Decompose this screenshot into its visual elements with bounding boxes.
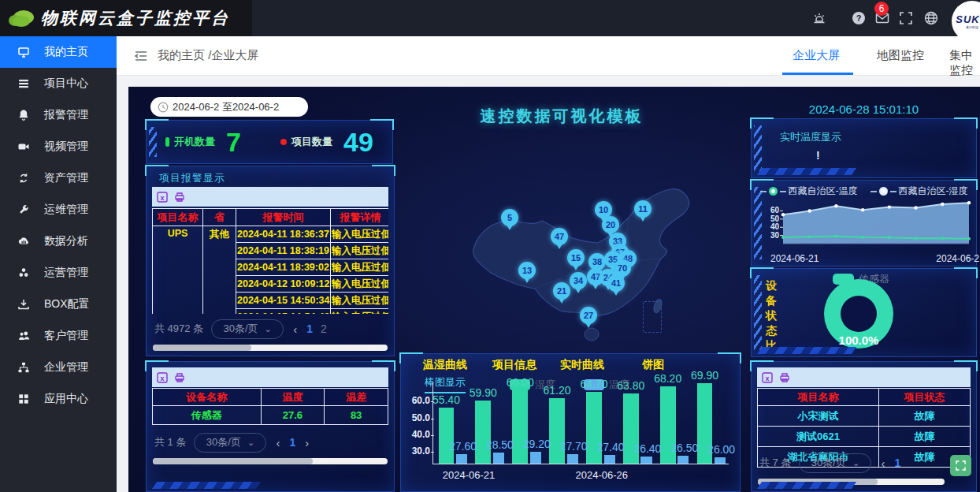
panel-title: 项目报警显示 [159, 171, 225, 185]
map-marker[interactable]: 47 [551, 228, 568, 245]
green-dot-icon [165, 137, 169, 147]
pagination: 共 1 条 30条/页⌄ ‹ 1 › [154, 431, 388, 453]
print-icon[interactable] [779, 372, 790, 383]
map-marker[interactable]: 34 [570, 272, 587, 289]
alarm-table: 项目名称省报警时间报警详情UPS其他2024-04-11 18:36:37输入电… [152, 208, 388, 314]
map-marker[interactable]: 5 [501, 209, 518, 226]
table-toolbar: x [152, 367, 388, 387]
tab-realtime-curve[interactable]: 实时曲线 [560, 358, 604, 372]
map-marker[interactable]: 15 [567, 249, 585, 266]
sidebar-item-apps[interactable]: 应用中心 [0, 383, 117, 415]
sub-header: 我的主页 /企业大屏 企业大屏 地图监控 集中监控 [117, 36, 980, 76]
x-axis-label: 2024-06-21 [770, 253, 819, 264]
temperature-bar [456, 454, 467, 464]
excel-export-icon[interactable]: x [157, 372, 168, 383]
company-logo[interactable]: SUKO 速控科技 [952, 1, 980, 42]
prev-page-button[interactable]: ‹ [276, 436, 280, 449]
sidebar-item-alarms[interactable]: 报警管理 [0, 99, 117, 131]
page-size-select[interactable]: 30条/页⌄ [194, 433, 266, 453]
sidebar-item-ops[interactable]: 运维管理 [0, 194, 117, 226]
realtime-value: ! [816, 149, 820, 162]
bar-value-label: 69.90 [691, 369, 718, 382]
sidebar-item-home[interactable]: 我的主页 [0, 36, 117, 68]
recycle-icon [17, 172, 30, 184]
legend-humidity[interactable]: 西藏自治区-湿度 [870, 184, 968, 198]
page-number[interactable]: 1 [289, 436, 295, 449]
bar-value-label: 26.50 [670, 442, 698, 454]
app-title: 物联网云盒子监控平台 [41, 7, 230, 29]
bar-value-label: 27.60 [449, 440, 477, 453]
table-row: 小宋测试故障 [758, 406, 971, 427]
print-icon[interactable] [174, 372, 185, 383]
temperature-bar [567, 454, 578, 464]
sidebar-item-operation[interactable]: 运营管理 [0, 257, 117, 289]
map-marker[interactable]: 41 [607, 274, 625, 292]
next-page-button[interactable]: › [305, 436, 309, 449]
fullscreen-toggle-button[interactable] [950, 455, 971, 476]
table-cell: 输入电压过低 [331, 276, 389, 293]
bar-value-label: 29.20 [523, 438, 551, 450]
page-size-select[interactable]: 30条/页⌄ [799, 453, 871, 473]
prev-page-button[interactable]: ‹ [293, 322, 297, 336]
map-marker[interactable]: 20 [602, 216, 619, 233]
tab-pie[interactable]: 饼图 [642, 358, 664, 372]
collapse-menu-icon[interactable] [134, 50, 148, 62]
decor-hatch [754, 275, 762, 350]
map-marker[interactable]: 21 [553, 282, 570, 300]
map-marker[interactable]: 13 [518, 262, 536, 279]
table-cell: 输入电压过低 [331, 309, 389, 315]
legend-marker [769, 187, 778, 196]
horizontal-scrollbar[interactable] [153, 458, 388, 464]
tab-humidity-curve[interactable]: 温湿曲线 [423, 358, 467, 372]
tab-central-monitor[interactable]: 集中监控 [949, 48, 980, 78]
svg-text:40: 40 [770, 222, 780, 231]
horizontal-scrollbar[interactable] [153, 345, 388, 351]
prev-page-button[interactable]: ‹ [881, 457, 885, 470]
excel-export-icon[interactable]: x [157, 192, 168, 203]
temperature-bar [715, 457, 726, 464]
page-number[interactable]: 1 [306, 322, 313, 335]
total-count: 共 1 条 [154, 435, 186, 449]
excel-export-icon[interactable]: x [762, 372, 773, 383]
sitemap-icon [17, 361, 30, 374]
tab-enterprise-screen[interactable]: 企业大屏 [793, 48, 840, 63]
table-cell: 故障 [878, 427, 970, 447]
video-camera-icon [17, 140, 30, 153]
sidebar-item-video[interactable]: 视频管理 [0, 131, 117, 162]
sidebar-item-assets[interactable]: 资产管理 [0, 162, 117, 194]
dashboard-title: 速控数据可视化模板 [388, 106, 735, 127]
temperature-bar [493, 453, 504, 464]
bar-value-label: 28.50 [486, 438, 514, 451]
sidebar-item-projects[interactable]: 项目中心 [0, 68, 117, 99]
bar-value-label: 61.20 [544, 384, 571, 397]
tab-project-info[interactable]: 项目信息 [492, 358, 536, 372]
expand-icon [955, 460, 967, 472]
pagination: 共 4972 条 30条/页⌄ ‹ 1 2 [154, 318, 388, 340]
fullscreen-icon[interactable] [898, 10, 914, 26]
sidebar-item-box-config[interactable]: BOX配置 [0, 289, 117, 320]
sidebar-item-enterprise[interactable]: 企业管理 [0, 352, 117, 383]
page-number[interactable]: 1 [894, 457, 900, 469]
sidebar-item-analytics[interactable]: 数据分析 [0, 226, 117, 257]
page-number[interactable]: 2 [321, 322, 327, 335]
realtime-temp-panel: 实时温度显示 ! [751, 118, 977, 178]
map-marker[interactable]: 27 [580, 307, 597, 324]
globe-icon[interactable] [923, 10, 939, 26]
print-icon[interactable] [174, 192, 185, 203]
sidebar-item-customers[interactable]: 客户管理 [0, 320, 117, 352]
data-table: 设备名称温度温差传感器27.683 [152, 388, 388, 425]
legend-temp[interactable]: 西藏自治区-温度 [760, 184, 858, 198]
table-cell: 27.6 [261, 406, 325, 425]
table-row: 传感器27.683 [153, 406, 388, 425]
list-icon [17, 77, 30, 90]
tab-map-monitor[interactable]: 地图监控 [877, 48, 924, 63]
date-range-input[interactable]: 2024-06-2 至2024-06-2 [150, 97, 308, 117]
page-size-select[interactable]: 30条/页⌄ [211, 319, 284, 339]
cloud-chart-icon [17, 235, 30, 248]
map-marker[interactable]: 11 [634, 200, 651, 218]
alarm-lamp-icon[interactable] [811, 10, 827, 26]
bar-value-label: 27.40 [596, 441, 624, 453]
help-icon[interactable]: ? [851, 10, 867, 26]
donut-chart: 100.0% [824, 279, 893, 348]
bar-value-label: 64.70 [580, 378, 607, 390]
